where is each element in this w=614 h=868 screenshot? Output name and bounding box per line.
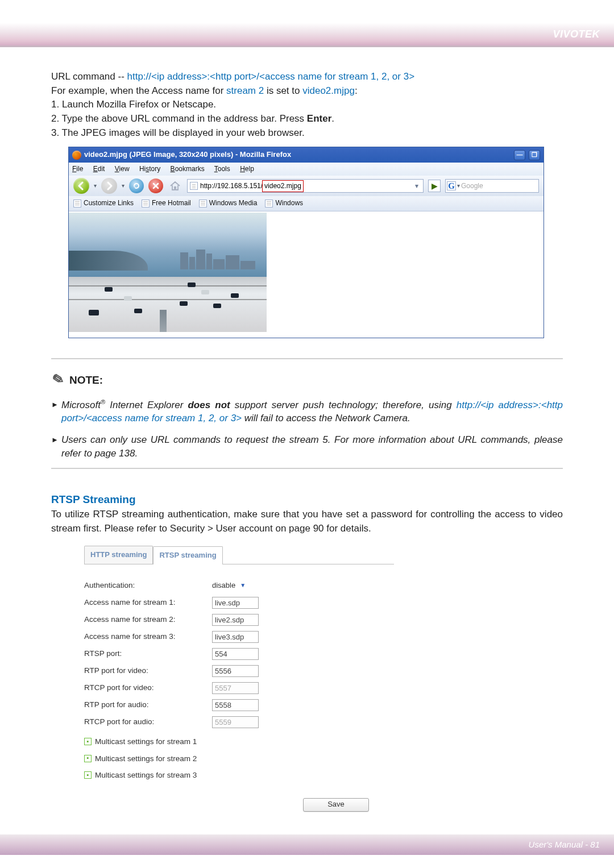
step-3: 3. The JPEG images will be displayed in … — [51, 126, 563, 140]
mjpeg-image — [69, 213, 267, 332]
step2-enter: Enter — [307, 113, 331, 124]
bookmark-item[interactable]: Windows — [265, 198, 303, 208]
window-title: video2.mjpg (JPEG Image, 320x240 pixels)… — [84, 149, 291, 160]
rtcp-audio-input — [212, 716, 259, 728]
titlebar[interactable]: video2.mjpg (JPEG Image, 320x240 pixels)… — [69, 147, 544, 163]
videoname-text: video2.mjpg — [302, 85, 355, 96]
home-button[interactable] — [168, 178, 182, 193]
brand-text: VIVOTEK — [553, 28, 600, 40]
firefox-icon — [72, 151, 81, 160]
expand-icon: ▪ — [84, 738, 92, 745]
google-icon[interactable]: G — [447, 181, 456, 190]
n1-d: support server push technology; therefor… — [230, 399, 457, 410]
an3-input[interactable] — [212, 631, 259, 643]
step2-c: . — [331, 113, 334, 124]
forward-dropdown-icon[interactable]: ▾ — [122, 182, 125, 190]
bookmark-icon — [199, 200, 207, 207]
url-text-highlight: video2.mjpg — [262, 180, 304, 192]
footer-text: User's Manual - 81 — [529, 840, 600, 849]
page-icon — [190, 182, 198, 190]
auth-select[interactable]: disable ▼ — [212, 580, 246, 591]
auth-label: Authentication: — [84, 580, 212, 591]
bm-label: Windows Media — [209, 198, 258, 208]
stream2-text: stream 2 — [226, 85, 264, 96]
rtcp-video-label: RTCP port for video: — [84, 682, 212, 693]
note-pencil-icon: ✎ — [48, 368, 67, 392]
auth-value: disable — [212, 580, 235, 591]
url-pattern: http://<ip address>:<http port>/<access … — [127, 71, 415, 82]
step-2: 2. Type the above URL command in the add… — [51, 112, 563, 126]
rtcp-audio-label: RTCP port for audio: — [84, 716, 212, 728]
bookmark-item[interactable]: Windows Media — [199, 198, 258, 208]
step-1: 1. Launch Mozilla Firefox or Netscape. — [51, 98, 563, 112]
an3-label: Access name for stream 3: — [84, 631, 212, 642]
bookmark-item[interactable]: Free Hotmail — [142, 198, 191, 208]
save-button[interactable]: Save — [303, 798, 369, 812]
bm-label: Customize Links — [84, 198, 134, 208]
example-c: : — [355, 85, 358, 96]
multi-label: Multicast settings for stream 1 — [95, 736, 197, 747]
rtsp-port-input[interactable] — [212, 648, 259, 660]
url-text-plain: http://192.168.5.151/ — [200, 181, 263, 191]
n1-ms: Microsoft — [61, 399, 101, 410]
bm-label: Windows — [275, 198, 303, 208]
browser-content — [69, 213, 544, 338]
rtp-audio-input[interactable] — [212, 699, 259, 711]
search-engine-dropdown-icon[interactable]: ▾ — [457, 182, 460, 190]
menu-edit[interactable]: Edit — [93, 165, 105, 173]
restore-button[interactable]: ❐ — [529, 150, 540, 160]
url-line: URL command -- http://<ip address>:<http… — [51, 70, 563, 84]
note-section: ✎ NOTE: Microsoft® Internet Explorer doe… — [51, 358, 563, 470]
example-a: For example, when the Access name for — [51, 85, 226, 96]
an1-label: Access name for stream 1: — [84, 597, 212, 608]
url-dropdown-icon[interactable]: ▾ — [413, 181, 421, 191]
rtp-audio-label: RTP port for audio: — [84, 699, 212, 711]
minimize-button[interactable]: — — [514, 150, 525, 160]
tab-rtsp-streaming[interactable]: RTSP streaming — [153, 546, 222, 564]
expand-icon: ▪ — [84, 771, 92, 779]
stop-button[interactable] — [148, 178, 163, 193]
multi-label: Multicast settings for stream 3 — [95, 770, 197, 781]
menu-tools[interactable]: Tools — [214, 165, 230, 173]
menu-view[interactable]: View — [115, 165, 130, 173]
bookmark-icon — [142, 200, 150, 207]
bm-label: Free Hotmail — [152, 198, 191, 208]
rtsp-paragraph: To utilize RTSP streaming authentication… — [51, 508, 563, 535]
firefox-window: video2.mjpg (JPEG Image, 320x240 pixels)… — [68, 147, 544, 338]
example-line: For example, when the Access name for st… — [51, 84, 563, 98]
menu-file[interactable]: File — [72, 165, 83, 173]
chevron-down-icon: ▼ — [240, 582, 246, 590]
reload-button[interactable] — [129, 178, 144, 193]
an2-input[interactable] — [212, 614, 259, 626]
n1-doesnot: does not — [188, 399, 230, 410]
example-b: is set to — [264, 85, 302, 96]
bookmark-bar: Customize Links Free Hotmail Windows Med… — [69, 196, 544, 211]
rtp-video-input[interactable] — [212, 665, 259, 677]
bookmark-item[interactable]: Customize Links — [73, 198, 134, 208]
menu-help[interactable]: Help — [240, 165, 254, 173]
rtp-video-label: RTP port for video: — [84, 665, 212, 676]
multicast-stream-1[interactable]: ▪ Multicast settings for stream 1 — [84, 736, 394, 747]
rtsp-port-label: RTSP port: — [84, 648, 212, 659]
n1-ie: Internet Explorer — [105, 399, 188, 410]
bookmark-icon — [73, 200, 81, 207]
url-bar[interactable]: http://192.168.5.151/video2.mjpg ▾ — [187, 179, 424, 193]
multicast-stream-2[interactable]: ▪ Multicast settings for stream 2 — [84, 753, 394, 765]
url-prefix: URL command -- — [51, 71, 127, 82]
search-bar[interactable]: G ▾ Google — [445, 179, 539, 193]
an1-input[interactable] — [212, 597, 259, 609]
tab-http-streaming[interactable]: HTTP streaming — [84, 546, 153, 564]
go-button[interactable]: ▶ — [428, 180, 441, 192]
settings-panel: HTTP streaming RTSP streaming Authentica… — [84, 546, 394, 812]
note-item-1: Microsoft® Internet Explorer does not su… — [51, 398, 563, 425]
rtsp-heading: RTSP Streaming — [51, 492, 563, 508]
forward-button[interactable] — [101, 178, 117, 194]
back-button[interactable] — [73, 178, 89, 194]
an2-label: Access name for stream 2: — [84, 614, 212, 625]
back-dropdown-icon[interactable]: ▾ — [94, 182, 97, 190]
menubar: File Edit View History Bookmarks Tools H… — [69, 163, 544, 176]
menu-history[interactable]: History — [139, 165, 160, 173]
multicast-stream-3[interactable]: ▪ Multicast settings for stream 3 — [84, 770, 394, 781]
rtcp-video-input — [212, 682, 259, 694]
menu-bookmarks[interactable]: Bookmarks — [171, 165, 205, 173]
